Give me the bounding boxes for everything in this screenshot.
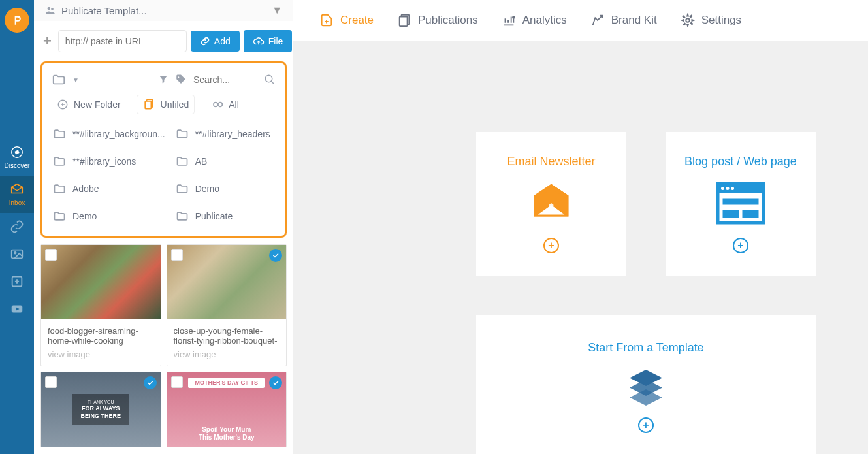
thumb-card[interactable]: close-up-young-female-florist-tying-ribb…: [167, 244, 287, 366]
rail-inbox-label: Inbox: [9, 199, 25, 206]
files-icon: [142, 98, 155, 111]
check-badge-icon: [269, 249, 282, 262]
gear-icon: [681, 13, 695, 27]
thumbnails: food-blogger-streaming-home-while-cookin…: [34, 238, 293, 454]
rail-images[interactable]: [0, 240, 34, 268]
svg-rect-27: [723, 210, 739, 218]
webpage-icon: [715, 180, 767, 226]
folder-item[interactable]: Demo: [52, 206, 167, 227]
rail-video[interactable]: [0, 295, 34, 323]
folder-item[interactable]: AB: [174, 151, 276, 172]
link-icon: [200, 36, 210, 46]
analytics-icon: [502, 13, 516, 27]
thumb-image: MOTHER'S DAY GIFTS Spoil Your Mum This M…: [167, 372, 287, 447]
add-icon: +: [638, 417, 654, 433]
thumb-checkbox[interactable]: [45, 249, 57, 261]
nav-settings[interactable]: Settings: [681, 13, 741, 27]
rail-discover-label: Discover: [5, 162, 30, 169]
check-badge-icon: [144, 376, 157, 389]
nav-publications[interactable]: Publications: [397, 13, 478, 27]
folder-item[interactable]: **#library_backgroun...: [52, 123, 167, 144]
filter-icon[interactable]: [158, 74, 169, 85]
thumb-checkbox[interactable]: [171, 376, 183, 388]
url-input[interactable]: [58, 30, 187, 52]
svg-point-25: [731, 187, 734, 190]
email-newsletter-card[interactable]: Email Newsletter +: [476, 132, 626, 276]
search-input[interactable]: [193, 74, 259, 85]
tag-icon[interactable]: [175, 74, 187, 86]
rail-inbox[interactable]: Inbox: [0, 176, 34, 213]
add-icon: +: [733, 238, 748, 253]
search-icon[interactable]: [264, 74, 276, 86]
svg-rect-13: [145, 101, 151, 109]
publications-icon: [397, 13, 411, 27]
team-icon: [44, 5, 56, 16]
folder-item[interactable]: Publicate: [174, 206, 276, 227]
thumb-image: THANK YOU FOR ALWAYS BEING THERE: [41, 372, 161, 447]
folder-dropdown-icon[interactable]: ▼: [72, 76, 79, 84]
svg-point-9: [178, 76, 179, 78]
svg-point-16: [513, 16, 515, 18]
thumb-image: [167, 245, 287, 319]
brand-kit-icon: [590, 13, 605, 27]
add-circle-icon: [57, 99, 69, 110]
folder-item[interactable]: Adobe: [52, 178, 167, 199]
folder-item[interactable]: Demo: [174, 178, 276, 199]
sidebar: Publicate Templat... ▼ + Add File ▼: [34, 0, 293, 454]
card-title: Blog post / Web page: [684, 155, 797, 169]
svg-marker-1: [14, 150, 19, 154]
file-button[interactable]: File: [244, 30, 293, 52]
thumb-card[interactable]: THANK YOU FOR ALWAYS BEING THERE: [40, 372, 161, 447]
card-title: Email Newsletter: [507, 155, 595, 169]
all-chip[interactable]: All: [205, 95, 244, 114]
plus-icon: +: [40, 33, 54, 50]
chevron-down-icon: ▼: [272, 5, 282, 16]
folders-panel: ▼ New Folder Unfiled All *: [40, 61, 287, 238]
rail-export[interactable]: [0, 268, 34, 295]
template-card[interactable]: Start From a Template +: [476, 315, 816, 454]
folder-grid: **#library_backgroun... **#library_heade…: [52, 123, 276, 227]
rail-link[interactable]: [0, 213, 34, 240]
svg-rect-22: [718, 184, 764, 193]
envelope-icon: [528, 180, 574, 226]
thumb-title: close-up-young-female-florist-tying-ribb…: [174, 326, 280, 346]
stack-icon: [623, 366, 669, 406]
svg-point-23: [721, 187, 724, 190]
nav-create[interactable]: Create: [319, 13, 374, 27]
blog-post-card[interactable]: Blog post / Web page +: [666, 132, 816, 276]
add-icon: +: [543, 238, 559, 253]
unfiled-chip[interactable]: Unfiled: [137, 95, 195, 114]
view-image-link[interactable]: view image: [48, 349, 154, 359]
cloud-upload-icon: [253, 35, 265, 47]
folder-icon[interactable]: [52, 73, 66, 87]
svg-point-7: [48, 7, 51, 10]
thumb-card[interactable]: food-blogger-streaming-home-while-cookin…: [40, 244, 161, 366]
nav-brand-kit[interactable]: Brand Kit: [590, 13, 657, 27]
top-nav: Create Publications Analytics Brand Kit …: [293, 0, 868, 41]
create-icon: [319, 13, 334, 27]
add-button[interactable]: Add: [191, 31, 240, 52]
logo: [5, 8, 29, 33]
svg-point-24: [726, 187, 730, 190]
workspace-name: Publicate Templat...: [61, 5, 272, 16]
thumb-checkbox[interactable]: [45, 376, 57, 388]
thumb-checkbox[interactable]: [171, 249, 183, 261]
check-badge-icon: [269, 376, 282, 389]
svg-point-17: [686, 18, 690, 22]
thumb-card[interactable]: MOTHER'S DAY GIFTS Spoil Your Mum This M…: [167, 372, 287, 447]
view-image-link[interactable]: view image: [174, 349, 280, 359]
thumb-title: food-blogger-streaming-home-while-cookin…: [48, 326, 154, 346]
svg-rect-15: [400, 17, 408, 27]
svg-marker-31: [630, 389, 662, 406]
new-folder-button[interactable]: New Folder: [52, 96, 126, 113]
left-rail: Discover Inbox: [0, 0, 34, 454]
thumb-image: [41, 245, 161, 319]
sidebar-header[interactable]: Publicate Templat... ▼: [34, 0, 293, 21]
rail-discover[interactable]: Discover: [0, 138, 34, 176]
url-bar: + Add File: [34, 21, 293, 61]
folder-item[interactable]: **#library_icons: [52, 151, 167, 172]
infinity-icon: [210, 98, 223, 111]
nav-analytics[interactable]: Analytics: [502, 13, 567, 27]
folder-item[interactable]: **#library_headers: [174, 123, 276, 144]
svg-point-10: [265, 75, 272, 82]
